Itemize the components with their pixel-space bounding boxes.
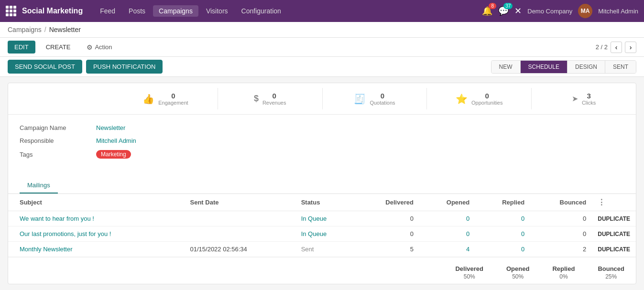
breadcrumb-separator: / (44, 26, 46, 33)
col-bounced: Bounced (530, 194, 592, 211)
delivered-cell: 0 (355, 226, 419, 242)
duplicate-button[interactable]: DUPLICATE (592, 211, 636, 226)
prev-page-button[interactable]: ‹ (611, 42, 622, 53)
apps-icon[interactable] (6, 6, 16, 16)
stat-opportunities[interactable]: ⭐ 0 Opportunities (427, 88, 532, 109)
pagination: 2 / 2 ‹ › (596, 42, 636, 53)
company-name: Demo Company (527, 8, 572, 15)
quotations-value: 0 (381, 92, 384, 100)
col-more: ⋮ (592, 194, 636, 211)
edit-button[interactable]: EDIT (8, 41, 35, 54)
summary-item: Opened 50% (506, 265, 529, 280)
revenues-icon: $ (254, 94, 259, 104)
sent-date-cell (185, 211, 295, 226)
form-section: Campaign Name Newsletter Responsible Mit… (8, 115, 636, 174)
breadcrumb-parent[interactable]: Campaigns (8, 26, 42, 33)
engagement-value: 0 (171, 92, 175, 100)
nav-posts[interactable]: Posts (123, 5, 151, 17)
create-button[interactable]: CREATE (39, 41, 77, 54)
nav-campaigns[interactable]: Campaigns (153, 5, 198, 17)
gear-icon: ⚙ (87, 43, 93, 51)
opportunities-label: Opportunities (471, 100, 502, 106)
tags-row: Tags Marketing (20, 150, 624, 159)
top-right: 🔔8 💬37 ✕ Demo Company MA Mitchell Admin (482, 4, 638, 18)
opened-cell: 0 (419, 211, 475, 226)
action-bar: EDIT CREATE ⚙ Action 2 / 2 ‹ › (0, 38, 644, 57)
close-icon[interactable]: ✕ (514, 6, 522, 16)
next-page-button[interactable]: › (625, 42, 636, 53)
summary-row: Delivered 50% Opened 50% Replied 0% Boun… (8, 257, 636, 284)
summary-pct: 25% (605, 273, 617, 280)
col-status: Status (295, 194, 356, 211)
delivered-cell: 0 (355, 211, 419, 226)
stage-design[interactable]: DESIGN (568, 61, 605, 73)
clicks-value: 3 (587, 92, 590, 100)
subject-cell[interactable]: Monthly Newsletter (8, 242, 185, 257)
summary-pct: 50% (464, 273, 475, 280)
summary-item: Bounced 25% (598, 265, 624, 280)
campaign-name-value[interactable]: Newsletter (96, 124, 125, 131)
stage-sent[interactable]: SENT (605, 61, 636, 73)
engagement-icon: 👍 (142, 93, 154, 105)
status-cell: In Queue (295, 226, 356, 242)
subject-cell[interactable]: Our last promotions, just for you ! (8, 226, 185, 242)
nav-feed[interactable]: Feed (94, 5, 121, 17)
quotations-label: Quotations (370, 100, 395, 106)
stage-new[interactable]: NEW (491, 61, 521, 73)
duplicate-button[interactable]: DUPLICATE (592, 242, 636, 257)
stage-schedule[interactable]: SCHEDULE (521, 61, 568, 73)
opened-cell: 4 (419, 242, 475, 257)
top-menu: Feed Posts Campaigns Visitors Configurat… (94, 5, 482, 17)
message-count: 37 (503, 3, 513, 9)
bounced-cell: 2 (530, 242, 592, 257)
col-subject: Subject (8, 194, 185, 211)
stat-clicks[interactable]: ➤ 3 Clicks (532, 88, 636, 109)
action-dropdown[interactable]: ⚙ Action (87, 43, 112, 51)
clicks-icon: ➤ (572, 94, 578, 103)
breadcrumb-current: Newsletter (49, 26, 81, 33)
avatar: MA (578, 4, 592, 18)
user-name: Mitchell Admin (598, 8, 638, 15)
mailings-table: Subject Sent Date Status Delivered Opene… (8, 194, 636, 257)
top-navigation: Social Marketing Feed Posts Campaigns Vi… (0, 0, 644, 22)
clicks-label: Clicks (582, 100, 596, 106)
table-row: We want to hear from you ! In Queue 0 0 … (8, 211, 636, 226)
breadcrumb: Campaigns / Newsletter (0, 22, 644, 38)
summary-item: Replied 0% (552, 265, 575, 280)
message-icon[interactable]: 💬37 (498, 6, 509, 16)
mailings-table-wrapper: Subject Sent Date Status Delivered Opene… (8, 194, 636, 257)
opportunities-value: 0 (485, 92, 489, 100)
stage-selector: NEW SCHEDULE DESIGN SENT (491, 60, 636, 74)
table-header-row: Subject Sent Date Status Delivered Opene… (8, 194, 636, 211)
opened-cell: 0 (419, 226, 475, 242)
nav-configuration[interactable]: Configuration (236, 5, 287, 17)
col-sent-date: Sent Date (185, 194, 295, 211)
status-bar: SEND SOCIAL POST PUSH NOTIFICATION NEW S… (0, 57, 644, 77)
opportunities-icon: ⭐ (456, 93, 468, 105)
push-notification-button[interactable]: PUSH NOTIFICATION (86, 60, 163, 74)
notification-bell[interactable]: 🔔8 (482, 6, 492, 16)
stat-quotations[interactable]: 🧾 0 Quotations (323, 88, 427, 109)
bounced-cell: 0 (530, 211, 592, 226)
duplicate-button[interactable]: DUPLICATE (592, 226, 636, 242)
replied-cell: 0 (475, 226, 530, 242)
stats-row: 👍 0 Engagement $ 0 Revenues 🧾 0 Quotatio… (8, 83, 636, 115)
responsible-value[interactable]: Mitchell Admin (96, 137, 136, 144)
stat-revenues[interactable]: $ 0 Revenues (218, 88, 323, 109)
delivered-cell: 5 (355, 242, 419, 257)
engagement-label: Engagement (158, 100, 188, 106)
summary-label: Delivered (455, 265, 483, 272)
campaign-card: 👍 0 Engagement $ 0 Revenues 🧾 0 Quotatio… (8, 83, 636, 284)
tag-marketing[interactable]: Marketing (96, 150, 131, 159)
revenues-label: Revenues (262, 100, 286, 106)
subject-cell[interactable]: We want to hear from you ! (8, 211, 185, 226)
revenues-value: 0 (273, 92, 276, 100)
column-options-icon[interactable]: ⋮ (598, 198, 605, 206)
tab-mailings[interactable]: Mailings (20, 178, 58, 193)
stat-engagement[interactable]: 👍 0 Engagement (113, 88, 218, 109)
send-social-post-button[interactable]: SEND SOCIAL POST (8, 60, 82, 74)
nav-visitors[interactable]: Visitors (200, 5, 234, 17)
summary-label: Replied (552, 265, 575, 272)
app-logo[interactable]: Social Marketing (6, 6, 83, 16)
summary-label: Bounced (598, 265, 624, 272)
